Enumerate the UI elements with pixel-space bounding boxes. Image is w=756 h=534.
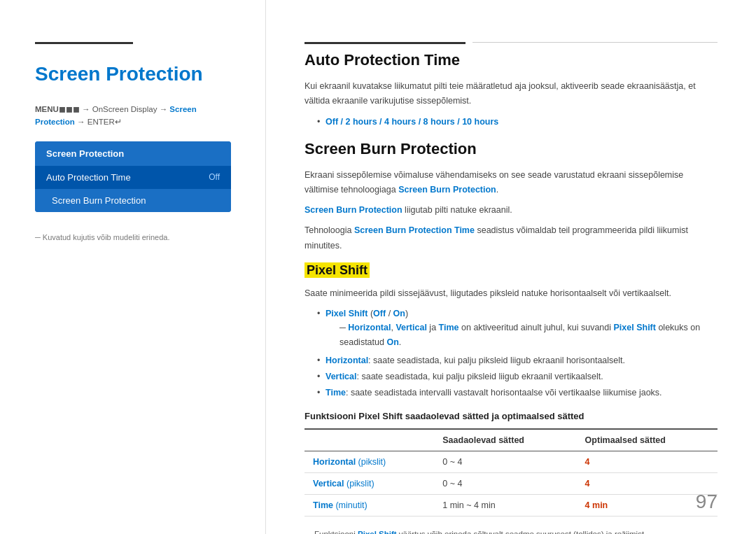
table-row-time: Time (minutit) 1 min ~ 4 min 4 min (304, 494, 718, 516)
main-content: Auto Protection Time Kui ekraanil kuvata… (266, 0, 756, 534)
sidebar-title: Screen Protection (35, 63, 237, 85)
footer-note-1: Funktsiooni Pixel Shift väärtus võib eri… (304, 528, 718, 535)
pixel-shift-off: Off (373, 309, 386, 318)
sub-horizontal: Horizontal (348, 323, 391, 332)
auto-protection-bullet1: Off / 2 hours / 4 hours / 8 hours / 10 h… (317, 115, 718, 129)
sub-vertical: Vertical (396, 323, 426, 332)
time-sublabel: (minutit) (335, 500, 367, 510)
auto-protection-bullets: Off / 2 hours / 4 hours / 8 hours / 10 h… (317, 115, 718, 129)
main-top-bar (304, 42, 465, 44)
table-cell-time-label: Time (minutit) (304, 494, 434, 516)
table-cell-horizontal-optimal: 4 (577, 451, 718, 472)
horizontal-optimal: 4 (585, 457, 590, 467)
sub-bullet-text: Horizontal, Vertical ja Time on aktiveer… (340, 323, 700, 347)
table-row-horizontal: Horizontal (pikslit) 0 ~ 4 4 (304, 451, 718, 472)
table-header-row: Saadaolevad sätted Optimaalsed sätted (304, 429, 718, 451)
pixel-shift-bullet2: Horizontal: saate seadistada, kui palju … (317, 353, 718, 367)
footer-notes: Funktsiooni Pixel Shift väärtus võib eri… (304, 528, 718, 535)
screen-burn-link1: Screen Burn Protection (398, 185, 496, 195)
vertical-label: Vertical (313, 479, 344, 489)
auto-protection-desc: Kui ekraanil kuvatakse liikumatut pilti … (304, 79, 718, 109)
sub-on: On (386, 337, 398, 347)
screen-burn-desc3-start: Tehnoloogia (304, 225, 354, 235)
vertical-sublabel: (pikslit) (346, 479, 374, 489)
pixel-shift-highlight: Pixel Shift (304, 262, 370, 278)
menu-item-auto-protection-label: Auto Protection Time (46, 172, 131, 183)
menu-path-text: MENU◼◼◼ → OnScreen Display → Screen Prot… (35, 105, 197, 126)
sidebar: Screen Protection MENU◼◼◼ → OnScreen Dis… (0, 0, 266, 534)
screen-menu-box: Screen Protection Auto Protection Time O… (35, 141, 231, 212)
screen-burn-title: Screen Burn Protection (304, 140, 718, 158)
table-cell-vertical-range: 0 ~ 4 (434, 472, 576, 494)
vertical-optimal: 4 (585, 479, 590, 489)
time-optimal: 4 min (585, 500, 608, 510)
section-pixel-shift: Pixel Shift Saate minimeerida pildi siss… (304, 263, 718, 534)
menu-item-onscreen: OnScreen Display (92, 105, 158, 113)
table-title: Funktsiooni Pixel Shift saadaolevad sätt… (304, 411, 718, 421)
section-auto-protection: Auto Protection Time Kui ekraanil kuvata… (304, 51, 718, 129)
pixel-shift-sub-bullet: Horizontal, Vertical ja Time on aktiveer… (340, 321, 718, 351)
menu-item-auto-protection[interactable]: Auto Protection Time Off (35, 166, 231, 189)
table-cell-time-range: 1 min ~ 4 min (434, 494, 576, 516)
pixel-shift-close: ) (405, 309, 408, 318)
sidebar-note: Kuvatud kujutis võib mudeliti erineda. (35, 233, 237, 241)
sub-time: Time (439, 323, 459, 332)
horizontal-sublabel: (pikslit) (358, 457, 386, 467)
table-cell-horizontal-label: Horizontal (pikslit) (304, 451, 434, 472)
footer-pixel-shift-1: Pixel Shift (358, 530, 397, 535)
screen-burn-desc2-mid: liigutab pilti natuke ekraanil. (405, 205, 512, 215)
bullet4-time: Time (326, 388, 346, 398)
pixel-shift-on: On (393, 309, 405, 318)
horizontal-label: Horizontal (313, 457, 356, 467)
table-col-optimal: Optimaalsed sätted (577, 429, 718, 451)
main-top-bar-right (472, 42, 718, 43)
page-number: 97 (696, 491, 718, 513)
menu-item-screen-burn[interactable]: Screen Burn Protection (35, 189, 231, 212)
page-container: Screen Protection MENU◼◼◼ → OnScreen Dis… (0, 0, 756, 534)
screen-burn-desc1: Ekraani sissepõlemise võimaluse vähendam… (304, 168, 718, 198)
pixel-shift-table: Saadaolevad sätted Optimaalsed sätted Ho… (304, 428, 718, 517)
auto-protection-title: Auto Protection Time (304, 51, 718, 69)
bullet3-vertical: Vertical (326, 372, 356, 381)
table-cell-horizontal-range: 0 ~ 4 (434, 451, 576, 472)
table-col-available: Saadaolevad sätted (434, 429, 576, 451)
screen-burn-desc3: Tehnoloogia Screen Burn Protection Time … (304, 223, 718, 253)
screen-burn-desc2: Screen Burn Protection liigutab pilti na… (304, 203, 718, 218)
pixel-shift-bullets: Pixel Shift (Off / On) Horizontal, Verti… (317, 307, 718, 400)
pixel-shift-title: Pixel Shift (304, 263, 718, 278)
table-row-vertical: Vertical (pikslit) 0 ~ 4 4 (304, 472, 718, 494)
pixel-shift-bullet1: Pixel Shift (Off / On) Horizontal, Verti… (317, 307, 718, 351)
section-screen-burn: Screen Burn Protection Ekraani sissepõle… (304, 140, 718, 253)
pixel-shift-desc: Saate minimeerida pildi sissejäävust, li… (304, 286, 718, 301)
bullet2-horizontal: Horizontal (326, 356, 368, 365)
menu-item-screen-burn-label: Screen Burn Protection (52, 195, 146, 206)
table-cell-vertical-label: Vertical (pikslit) (304, 472, 434, 494)
menu-path: MENU◼◼◼ → OnScreen Display → Screen Prot… (35, 103, 237, 129)
screen-menu-header: Screen Protection (35, 141, 231, 166)
sidebar-top-line (35, 42, 133, 44)
screen-burn-link3: Screen Burn Protection Time (354, 225, 475, 235)
pixel-shift-bullet1-link: Pixel Shift (326, 309, 368, 318)
sub-pixel-shift: Pixel Shift (614, 323, 656, 332)
time-label: Time (313, 500, 333, 510)
table-col-label (304, 429, 434, 451)
menu-item-menu: MENU (35, 105, 59, 113)
menu-item-auto-protection-value: Off (209, 172, 220, 182)
pixel-shift-bullet4: Time: saate seadistada intervalli vastav… (317, 386, 718, 400)
pixel-shift-sep: / (386, 309, 393, 318)
screen-burn-desc1-end: . (496, 185, 498, 195)
pixel-shift-bullet3: Vertical: saate seadistada, kui palju pi… (317, 370, 718, 384)
auto-protection-options: Off / 2 hours / 4 hours / 8 hours / 10 h… (326, 117, 498, 127)
screen-burn-link2: Screen Burn Protection (304, 205, 402, 215)
